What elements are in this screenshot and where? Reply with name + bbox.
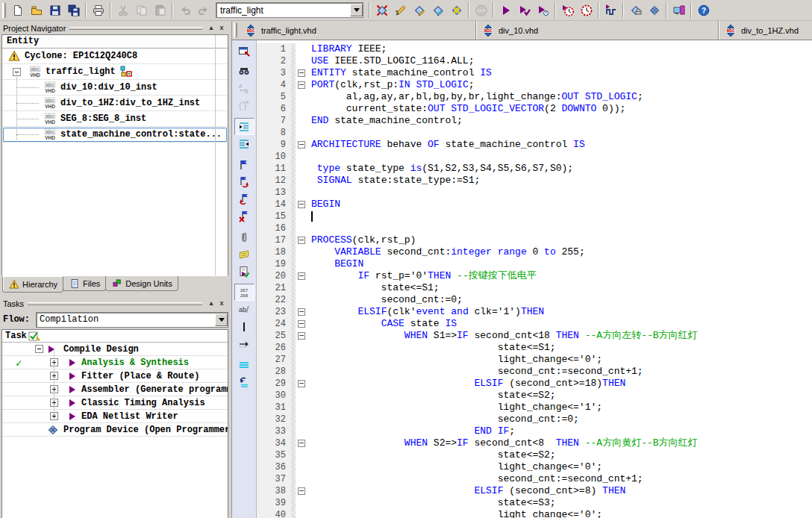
code-line[interactable]: 32 second_cnt:=0;	[257, 414, 812, 425]
fold-marker[interactable]	[298, 308, 305, 316]
start-elaboration-button[interactable]	[534, 1, 552, 19]
code-line[interactable]: 14BEGIN	[257, 199, 812, 210]
code-line[interactable]: 3ENTITY state_machine_control IS	[257, 67, 812, 79]
goto-line-button[interactable]	[234, 335, 254, 352]
code-line[interactable]: 12 SIGNAL state:state_type:=S1;	[257, 175, 812, 187]
code-line[interactable]: 35 state<=S2;	[257, 449, 812, 461]
titlebar-grip[interactable]	[69, 27, 202, 30]
code-line[interactable]: 39 state<=S3;	[257, 497, 812, 509]
code-line[interactable]: 33 END IF;	[257, 425, 812, 437]
fold-marker[interactable]	[298, 201, 305, 208]
code-line[interactable]: 25 WHEN S1=>IF second_cnt<18 THEN --A方向左…	[257, 330, 812, 342]
code-line[interactable]: 31 light_change<='1';	[257, 402, 812, 414]
caret-mode-button[interactable]	[234, 318, 254, 335]
code-line[interactable]: 17PROCESS(clk,rst_p)	[257, 234, 812, 246]
compilation-report-button[interactable]	[626, 1, 645, 19]
code-line[interactable]: 15	[257, 210, 812, 222]
editor-tab-traffic_light-vhd[interactable]: abctraffic_light.vhd	[239, 21, 476, 40]
comment-toggle-button[interactable]: ab	[234, 301, 254, 318]
code-area[interactable]: 1LIBRARY IEEE;2USE IEEE.STD_LOGIC_1164.A…	[257, 40, 812, 518]
code-line[interactable]: 16	[257, 222, 812, 234]
programmer-button[interactable]	[669, 1, 688, 19]
code-line[interactable]: 10	[257, 151, 812, 163]
code-line[interactable]: 26 state<=S1;	[257, 342, 812, 354]
save-button[interactable]	[46, 1, 64, 19]
navigator-tab-design-units[interactable]: Design Units	[105, 276, 178, 291]
entity-combobox[interactable]: traffic_light	[216, 2, 363, 18]
code-line[interactable]: 40 light_change<='0';	[257, 509, 812, 518]
help-button[interactable]: ?	[694, 1, 713, 19]
code-line[interactable]: 23 ELSIF(clk'event and clk='1')THEN	[257, 306, 812, 318]
fold-marker[interactable]	[298, 380, 305, 387]
editor-tab-div_to_1HZ-vhd[interactable]: abcdiv_to_1HZ.vhd	[719, 21, 812, 40]
toolbar-grip[interactable]	[2, 3, 6, 18]
fold-marker[interactable]	[298, 237, 305, 244]
code-line[interactable]: 21 state<=S1;	[257, 282, 812, 294]
start-analysis-synthesis-button[interactable]	[515, 1, 534, 19]
next-bookmark-button[interactable]	[234, 173, 254, 190]
fold-marker[interactable]	[298, 81, 305, 89]
task-row[interactable]: Classic Timing Analysis	[2, 396, 228, 410]
code-line[interactable]: 30 state<=S2;	[257, 390, 812, 402]
indent-button[interactable]	[234, 118, 254, 135]
code-line[interactable]: 36 light_change<='0';	[257, 461, 812, 473]
entity-column-header[interactable]: Entity	[2, 35, 228, 49]
code-line[interactable]: 1LIBRARY IEEE;	[257, 43, 812, 55]
code-line[interactable]: 11 type state_type is(S1,S2,S3,S4,S5,S6,…	[257, 163, 812, 175]
find-button[interactable]	[234, 63, 254, 80]
code-line[interactable]: 6 current_state:OUT STD_LOGIC_VECTOR(2 D…	[257, 103, 812, 115]
flow-select[interactable]: Compilation	[36, 312, 228, 328]
code-line[interactable]: 38 ELSIF (second_cnt>=8) THEN	[257, 485, 812, 497]
close-panel-button[interactable]: x	[216, 24, 227, 34]
task-row[interactable]: EDA Netlist Writer	[2, 410, 228, 423]
line-numbers-button[interactable]: 267268	[234, 284, 254, 301]
dropdown-arrow-icon[interactable]	[215, 313, 228, 326]
fold-marker[interactable]	[298, 487, 305, 495]
fold-marker[interactable]	[298, 69, 305, 77]
chip-planner-button[interactable]	[428, 1, 447, 19]
tree-row-root[interactable]: abcVHDtraffic_light	[2, 64, 228, 80]
pin-planner-button[interactable]	[372, 1, 391, 19]
collapse-panel-button[interactable]: ▴	[206, 24, 216, 34]
open-file-button[interactable]	[27, 1, 46, 19]
new-window-button[interactable]	[234, 42, 254, 59]
prev-bookmark-button[interactable]	[234, 190, 254, 207]
task-row[interactable]: Fitter (Place & Route)	[2, 369, 228, 383]
analyze-file-button[interactable]	[234, 263, 254, 280]
code-line[interactable]: 22 second_cnt:=0;	[257, 294, 812, 306]
assignment-editor-button[interactable]	[391, 1, 410, 19]
task-row[interactable]: Program Device (Open Programmer)	[2, 423, 228, 437]
code-line[interactable]: 24 CASE state IS	[257, 318, 812, 330]
navigator-tab-files[interactable]: Files	[63, 276, 106, 291]
clear-bookmarks-button[interactable]	[234, 207, 254, 225]
revert-lines-button[interactable]	[234, 373, 254, 390]
collapse-panel-button[interactable]: ▴	[206, 299, 216, 309]
code-line[interactable]: 5 al,ag,ay,ar,bl,bg,by,br,light_change:O…	[257, 91, 812, 103]
code-line[interactable]: 2USE IEEE.STD_LOGIC_1164.ALL;	[257, 55, 812, 67]
code-line[interactable]: 18 VARIABLE second_cnt:integer range 0 t…	[257, 246, 812, 258]
design-assistant-button[interactable]	[645, 1, 663, 19]
fold-marker[interactable]	[298, 272, 305, 280]
highlight-lines-button[interactable]	[234, 356, 254, 373]
navigator-tab-hierarchy[interactable]: Hierarchy	[2, 276, 63, 293]
fold-marker[interactable]	[298, 320, 305, 328]
close-panel-button[interactable]: x	[216, 299, 227, 309]
print-button[interactable]	[89, 1, 107, 19]
titlebar-grip[interactable]	[28, 302, 202, 305]
tree-row-device[interactable]: Cyclone: EP1C12Q240C8	[2, 49, 228, 64]
code-line[interactable]: 19 BEGIN	[257, 258, 812, 270]
start-compilation-button[interactable]	[496, 1, 515, 19]
column-divider[interactable]	[215, 35, 216, 275]
new-file-button[interactable]	[8, 1, 27, 19]
fold-marker[interactable]	[298, 440, 305, 447]
task-expander[interactable]	[35, 345, 43, 353]
rtl-viewer-button[interactable]	[447, 1, 466, 19]
insert-file-button[interactable]	[234, 228, 254, 246]
code-line[interactable]: 9ARCHITECTURE behave OF state_machine_co…	[257, 139, 812, 151]
fold-marker[interactable]	[298, 141, 305, 149]
tabbar-grip[interactable]	[234, 23, 237, 37]
task-row[interactable]: Assembler (Generate programming f	[2, 383, 228, 396]
task-row[interactable]: Compile Design	[2, 343, 228, 356]
code-line[interactable]: 27 light_change<='0';	[257, 354, 812, 366]
dropdown-arrow-icon[interactable]	[350, 4, 363, 16]
